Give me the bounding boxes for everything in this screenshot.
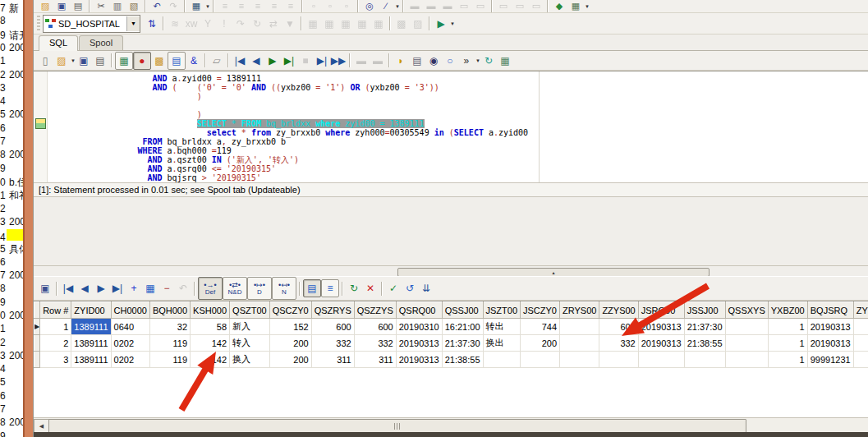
background-editor-window[interactable]: 7新89请开02001220034520067820090b.住1和补23200… bbox=[0, 0, 23, 437]
refresh-icon[interactable]: ↻ bbox=[346, 280, 362, 297]
row-selector[interactable] bbox=[34, 335, 40, 352]
describe-toggle-icon[interactable]: ▤ bbox=[168, 52, 186, 70]
column-header-zrys00[interactable]: ZRYS00 bbox=[560, 302, 599, 319]
table-icon-dropdown[interactable]: ▼ bbox=[205, 4, 210, 9]
rollback-icon[interactable]: ↺ bbox=[402, 280, 418, 297]
open-icon[interactable]: ▨ bbox=[37, 1, 53, 12]
grid-cell[interactable]: 1389111 bbox=[71, 352, 111, 368]
swirl-icon[interactable]: ↻ bbox=[480, 53, 497, 69]
prior-row-icon[interactable]: ◀ bbox=[76, 280, 93, 297]
grid-cell[interactable]: 1 bbox=[768, 335, 807, 352]
grid-cell[interactable] bbox=[725, 319, 768, 335]
execute-icon[interactable]: ▶ bbox=[264, 53, 281, 69]
grid-cell[interactable] bbox=[684, 352, 725, 368]
grid-cell[interactable] bbox=[521, 352, 560, 368]
grid-cell[interactable]: 0640 bbox=[111, 319, 149, 335]
column-header-ch0000[interactable]: CH0000 bbox=[111, 302, 149, 319]
grid-cell[interactable]: 200 bbox=[269, 335, 311, 352]
first-row-icon[interactable]: |◀ bbox=[60, 280, 76, 297]
grid-cell[interactable] bbox=[483, 352, 521, 368]
row-selector[interactable] bbox=[34, 352, 40, 368]
grid-cell[interactable]: 200 bbox=[269, 352, 311, 368]
column-header-qssxys[interactable]: QSSXYS bbox=[725, 302, 768, 319]
grid-cell[interactable]: 332 bbox=[853, 335, 868, 352]
column-header-qsczy0[interactable]: QSCZY0 bbox=[269, 302, 311, 319]
grid-cell[interactable]: 142 bbox=[191, 352, 230, 368]
grid-cell[interactable] bbox=[599, 352, 638, 368]
grid-cell[interactable]: 20190313 bbox=[638, 319, 684, 335]
grid-cell[interactable]: 16:21:00 bbox=[442, 319, 483, 335]
grid-cell[interactable] bbox=[560, 352, 599, 368]
export-icon-dropdown[interactable]: ▼ bbox=[450, 21, 455, 26]
tab-sql[interactable]: SQL bbox=[39, 35, 78, 51]
grid-cell[interactable]: 58 bbox=[191, 319, 230, 335]
column-header-zyys00[interactable]: ZYYS00 bbox=[853, 302, 868, 319]
grid-cell[interactable]: 20190310 bbox=[396, 319, 442, 335]
table-icon[interactable]: ▦ bbox=[188, 1, 204, 12]
delete-row-icon[interactable]: − bbox=[158, 280, 175, 297]
execute-step-icon[interactable]: ▶| bbox=[281, 53, 297, 69]
grid-cell[interactable]: 换出 bbox=[483, 335, 521, 352]
tab-spool[interactable]: Spool bbox=[79, 35, 123, 50]
grid-cell[interactable]: 21:37:30 bbox=[684, 319, 725, 335]
grid-cell[interactable]: 1 bbox=[40, 319, 71, 335]
grid-cell[interactable]: 20190313 bbox=[396, 335, 442, 352]
show-errors-toggle-icon[interactable]: ● bbox=[133, 52, 151, 70]
last-statement-icon[interactable]: ▶▶ bbox=[330, 53, 347, 69]
grid-window-icon[interactable]: ▦ bbox=[142, 280, 158, 297]
zoom-icon[interactable]: ○ bbox=[442, 53, 458, 69]
column-header-bqh000[interactable]: BQH000 bbox=[149, 302, 190, 319]
column-header-qssj00[interactable]: QSSJ00 bbox=[442, 302, 483, 319]
grid-cell[interactable]: 换入 bbox=[230, 352, 270, 368]
grid-plus-icon[interactable]: ▦ bbox=[497, 53, 513, 69]
column-header-yxbz00[interactable]: YXBZ00 bbox=[768, 302, 807, 319]
grid-cell[interactable]: 20190313 bbox=[807, 319, 853, 335]
grid-cell[interactable] bbox=[560, 335, 599, 352]
grid-cell[interactable]: 600 bbox=[354, 319, 396, 335]
insert-row-icon[interactable]: + bbox=[126, 280, 142, 297]
grid-cell[interactable]: 119 bbox=[149, 352, 190, 368]
column-header-bqjsrq[interactable]: BQJSRQ bbox=[807, 302, 853, 319]
edit-results-toggle-icon[interactable]: ▦ bbox=[115, 52, 133, 70]
save-sql-icon[interactable]: ▣ bbox=[76, 53, 92, 69]
column-header-ksh000[interactable]: KSH000 bbox=[191, 302, 230, 319]
prior-statement-icon[interactable]: ◀ bbox=[248, 53, 264, 69]
grid-cell[interactable]: 3 bbox=[40, 352, 71, 368]
grid-cell[interactable]: 311 bbox=[311, 352, 354, 368]
grid-cell[interactable]: 332 bbox=[311, 335, 354, 352]
edit-icon-dropdown[interactable]: ▼ bbox=[395, 4, 400, 9]
grid-cell[interactable] bbox=[560, 319, 599, 335]
grid-cell[interactable]: 200 bbox=[521, 335, 560, 352]
grid-cell[interactable]: 332 bbox=[354, 335, 396, 352]
cancel-icon[interactable]: ✕ bbox=[362, 280, 379, 297]
options-icon[interactable]: ▦ bbox=[567, 1, 584, 12]
save-icon[interactable]: ▣ bbox=[53, 1, 70, 12]
record-view-toggle-icon[interactable]: ≡ bbox=[321, 279, 339, 297]
column-header-zyid00[interactable]: ZYID00 bbox=[71, 302, 111, 319]
nulls-button[interactable]: •↤•N bbox=[272, 277, 296, 300]
print-sql-icon[interactable]: ▤ bbox=[92, 53, 108, 69]
default-order-button[interactable]: •→•Def bbox=[198, 277, 223, 300]
options-icon-dropdown[interactable]: ▼ bbox=[585, 4, 590, 9]
print-icon[interactable]: ▤ bbox=[70, 1, 86, 12]
paste-icon[interactable]: ▧ bbox=[126, 1, 142, 12]
undo-icon[interactable]: ↶ bbox=[149, 1, 165, 12]
grid-cell[interactable]: 600 bbox=[599, 319, 638, 335]
grid-cell[interactable]: 32 bbox=[149, 319, 190, 335]
last-row-icon[interactable]: ▶| bbox=[109, 280, 126, 297]
grid-cell[interactable]: 99991231 bbox=[807, 352, 853, 368]
grid-cell[interactable]: 142 bbox=[191, 335, 230, 352]
column-header-qsrq00[interactable]: QSRQ00 bbox=[396, 302, 442, 319]
oilcan-icon[interactable]: ◗ bbox=[393, 53, 409, 69]
nulls-dates-button[interactable]: •⇄•N&D bbox=[223, 277, 247, 300]
grid-view-toggle-icon[interactable]: ▤ bbox=[303, 279, 321, 297]
connection-combobox[interactable]: SD_HOSPITAL ▼ bbox=[43, 15, 140, 33]
package-icon[interactable]: ▩ bbox=[151, 53, 168, 69]
grid-cell[interactable]: 152 bbox=[269, 319, 311, 335]
export-icon[interactable]: ▶ bbox=[433, 16, 449, 32]
flag-icon[interactable]: ◆ bbox=[551, 1, 567, 12]
column-header-zzys00[interactable]: ZZYS00 bbox=[599, 302, 638, 319]
column-header-jssj00[interactable]: JSSJ00 bbox=[684, 302, 725, 319]
save-grid-icon[interactable]: ▣ bbox=[37, 280, 53, 297]
grid-cell[interactable]: 744 bbox=[521, 319, 560, 335]
